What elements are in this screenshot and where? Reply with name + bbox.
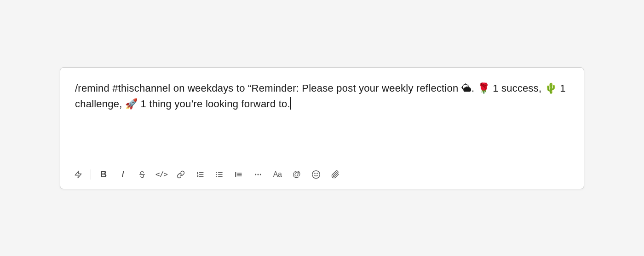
more-button[interactable] (249, 166, 267, 183)
svg-point-15 (255, 174, 256, 175)
svg-point-9 (216, 174, 217, 175)
blockquote-button[interactable] (230, 166, 247, 183)
text-format-button[interactable]: Aa (269, 166, 286, 183)
attachment-button[interactable] (327, 166, 344, 183)
numbered-list-button[interactable] (191, 166, 209, 183)
toolbar: B I </> (60, 160, 584, 189)
link-button[interactable] (172, 166, 190, 183)
code-button[interactable]: </> (153, 166, 170, 183)
svg-point-17 (260, 174, 261, 175)
bullet-list-button[interactable] (211, 166, 228, 183)
editor-container: /remind #thischannel on weekdays to “Rem… (60, 67, 584, 189)
italic-button[interactable]: I (114, 166, 132, 183)
svg-marker-0 (75, 171, 81, 178)
svg-point-16 (258, 174, 259, 175)
bold-button[interactable]: B (95, 166, 112, 183)
mention-button[interactable]: @ (288, 166, 305, 183)
text-input[interactable]: /remind #thischannel on weekdays to “Rem… (60, 68, 584, 160)
lightning-button[interactable] (69, 166, 87, 183)
mention-icon: @ (293, 169, 301, 179)
separator (91, 169, 91, 180)
emoji-button[interactable] (307, 166, 325, 183)
bold-icon: B (100, 169, 107, 180)
code-icon: </> (155, 170, 167, 179)
italic-icon: I (121, 169, 124, 180)
svg-point-8 (216, 172, 217, 173)
strikethrough-button[interactable] (133, 166, 151, 183)
svg-point-10 (216, 176, 217, 177)
svg-point-18 (312, 170, 320, 178)
text-format-icon: Aa (273, 170, 282, 179)
